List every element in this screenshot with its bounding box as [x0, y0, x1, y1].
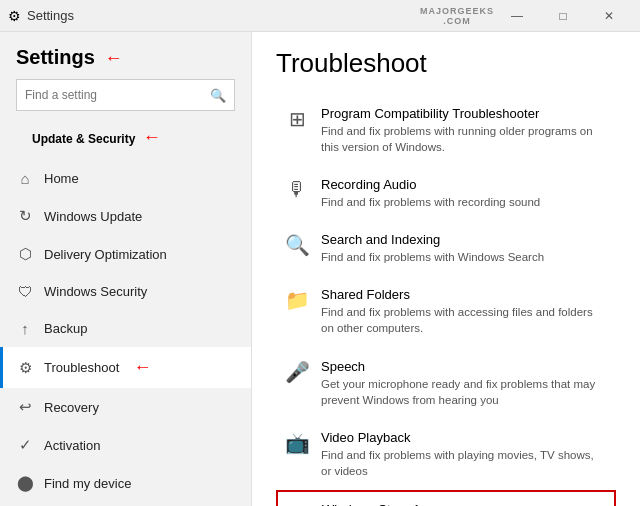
sidebar-item-troubleshoot[interactable]: ⚙Troubleshoot←	[0, 347, 251, 388]
nav-icon-delivery: ⬡	[16, 245, 34, 263]
maximize-button[interactable]: □	[540, 0, 586, 32]
nav-label-backup: Backup	[44, 321, 87, 336]
trouble-item-search-indexing[interactable]: 🔍Search and IndexingFind and fix problem…	[276, 221, 616, 276]
sidebar-item-findmydevice[interactable]: ⬤Find my device	[0, 464, 251, 502]
trouble-name-recording-audio: Recording Audio	[321, 177, 607, 192]
trouble-item-program-compat[interactable]: ⊞Program Compatibility TroubleshooterFin…	[276, 95, 616, 166]
close-button[interactable]: ✕	[586, 0, 632, 32]
trouble-name-speech: Speech	[321, 359, 607, 374]
title-controls: — □ ✕	[494, 0, 632, 32]
title-text: Settings	[27, 8, 74, 23]
content-area: Troubleshoot ⊞Program Compatibility Trou…	[252, 32, 640, 506]
trouble-icon-shared-folders: 📁	[285, 288, 309, 312]
main-layout: Settings ← 🔍 Update & Security ← ⌂Home↻W…	[0, 32, 640, 506]
sidebar: Settings ← 🔍 Update & Security ← ⌂Home↻W…	[0, 32, 252, 506]
nav-label-update: Windows Update	[44, 209, 142, 224]
trouble-icon-recording-audio: 🎙	[285, 178, 309, 201]
section-label: Update & Security	[32, 132, 135, 146]
nav-label-troubleshoot: Troubleshoot	[44, 360, 119, 375]
search-box[interactable]: 🔍	[16, 79, 235, 111]
trouble-desc-speech: Get your microphone ready and fix proble…	[321, 376, 607, 408]
sidebar-item-update[interactable]: ↻Windows Update	[0, 197, 251, 235]
search-icon[interactable]: 🔍	[210, 88, 226, 103]
minimize-button[interactable]: —	[494, 0, 540, 32]
trouble-text-program-compat: Program Compatibility TroubleshooterFind…	[321, 106, 607, 155]
watermark: MAJORGEEKS.COM	[420, 6, 494, 26]
sidebar-item-backup[interactable]: ↑Backup	[0, 310, 251, 347]
trouble-text-video-playback: Video PlaybackFind and fix problems with…	[321, 430, 607, 479]
trouble-name-windows-store-apps: Windows Store Apps	[322, 502, 606, 506]
nav-label-delivery: Delivery Optimization	[44, 247, 167, 262]
trouble-desc-search-indexing: Find and fix problems with Windows Searc…	[321, 249, 607, 265]
section-arrow: ←	[143, 127, 161, 148]
trouble-text-shared-folders: Shared FoldersFind and fix problems with…	[321, 287, 607, 336]
trouble-text-search-indexing: Search and IndexingFind and fix problems…	[321, 232, 607, 265]
trouble-text-windows-store-apps: Windows Store AppsTroubleshoot problems …	[322, 502, 606, 506]
nav-label-findmydevice: Find my device	[44, 476, 131, 491]
nav-label-security: Windows Security	[44, 284, 147, 299]
nav-icon-home: ⌂	[16, 170, 34, 187]
trouble-name-video-playback: Video Playback	[321, 430, 607, 445]
troubleshoot-list: ⊞Program Compatibility TroubleshooterFin…	[276, 95, 616, 506]
nav-label-activation: Activation	[44, 438, 100, 453]
sidebar-item-home[interactable]: ⌂Home	[0, 160, 251, 197]
nav-icon-troubleshoot: ⚙	[16, 359, 34, 377]
troubleshoot-arrow: ←	[133, 357, 151, 378]
sidebar-item-developers[interactable]: { }For developers	[0, 502, 251, 506]
trouble-desc-video-playback: Find and fix problems with playing movie…	[321, 447, 607, 479]
trouble-item-windows-store-apps[interactable]: ⊞Windows Store AppsTroubleshoot problems…	[276, 490, 616, 506]
trouble-icon-program-compat: ⊞	[285, 107, 309, 131]
sidebar-item-security[interactable]: 🛡Windows Security	[0, 273, 251, 310]
trouble-icon-search-indexing: 🔍	[285, 233, 309, 257]
trouble-icon-video-playback: 📺	[285, 431, 309, 455]
nav-label-home: Home	[44, 171, 79, 186]
trouble-item-shared-folders[interactable]: 📁Shared FoldersFind and fix problems wit…	[276, 276, 616, 347]
sidebar-item-activation[interactable]: ✓Activation	[0, 426, 251, 464]
sidebar-nav: ⌂Home↻Windows Update⬡Delivery Optimizati…	[0, 160, 251, 506]
sidebar-item-delivery[interactable]: ⬡Delivery Optimization	[0, 235, 251, 273]
trouble-desc-recording-audio: Find and fix problems with recording sou…	[321, 194, 607, 210]
nav-icon-security: 🛡	[16, 283, 34, 300]
sidebar-header: Settings ← 🔍 Update & Security ←	[0, 32, 251, 160]
trouble-name-program-compat: Program Compatibility Troubleshooter	[321, 106, 607, 121]
trouble-desc-program-compat: Find and fix problems with running older…	[321, 123, 607, 155]
nav-label-recovery: Recovery	[44, 400, 99, 415]
nav-icon-backup: ↑	[16, 320, 34, 337]
title-arrow: ←	[104, 48, 122, 69]
page-title: Troubleshoot	[276, 48, 616, 79]
search-input[interactable]	[25, 88, 210, 102]
trouble-name-search-indexing: Search and Indexing	[321, 232, 607, 247]
sidebar-item-recovery[interactable]: ↩Recovery	[0, 388, 251, 426]
sidebar-title-text: Settings	[16, 46, 95, 68]
trouble-item-recording-audio[interactable]: 🎙Recording AudioFind and fix problems wi…	[276, 166, 616, 221]
trouble-icon-speech: 🎤	[285, 360, 309, 384]
sidebar-title-wrapper: Settings ←	[16, 46, 235, 69]
title-bar-left: ⚙ Settings	[8, 8, 420, 24]
settings-icon: ⚙	[8, 8, 21, 24]
trouble-name-shared-folders: Shared Folders	[321, 287, 607, 302]
title-bar: ⚙ Settings MAJORGEEKS.COM — □ ✕	[0, 0, 640, 32]
section-label-wrapper: Update & Security ←	[16, 123, 235, 152]
trouble-item-speech[interactable]: 🎤SpeechGet your microphone ready and fix…	[276, 348, 616, 419]
trouble-text-recording-audio: Recording AudioFind and fix problems wit…	[321, 177, 607, 210]
trouble-item-video-playback[interactable]: 📺Video PlaybackFind and fix problems wit…	[276, 419, 616, 490]
nav-icon-activation: ✓	[16, 436, 34, 454]
nav-icon-recovery: ↩	[16, 398, 34, 416]
trouble-text-speech: SpeechGet your microphone ready and fix …	[321, 359, 607, 408]
nav-icon-update: ↻	[16, 207, 34, 225]
trouble-desc-shared-folders: Find and fix problems with accessing fil…	[321, 304, 607, 336]
nav-icon-findmydevice: ⬤	[16, 474, 34, 492]
